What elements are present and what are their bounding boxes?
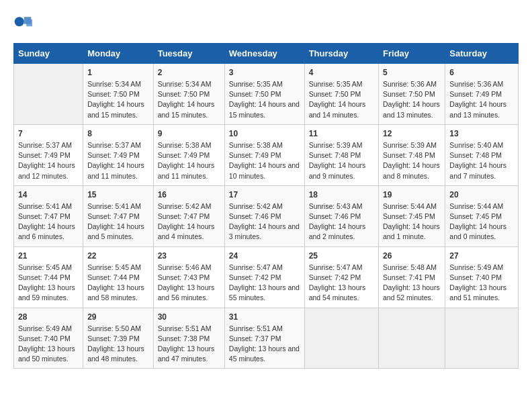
calendar-cell: 28 Sunrise: 5:49 AM Sunset: 7:40 PM Dayl…: [14, 308, 83, 369]
daylight: Daylight: 14 hours and 14 minutes.: [309, 100, 366, 118]
sunrise: Sunrise: 5:45 AM: [87, 263, 141, 271]
cell-content: Sunrise: 5:37 AM Sunset: 7:49 PM Dayligh…: [87, 140, 149, 181]
cell-content: Sunrise: 5:39 AM Sunset: 7:48 PM Dayligh…: [309, 140, 374, 181]
sunrise: Sunrise: 5:42 AM: [229, 202, 283, 210]
cell-content: Sunrise: 5:36 AM Sunset: 7:50 PM Dayligh…: [383, 79, 441, 120]
cell-content: Sunrise: 5:41 AM Sunset: 7:47 PM Dayligh…: [18, 201, 79, 242]
day-number: 1: [87, 68, 149, 77]
day-number: 30: [158, 312, 220, 322]
day-number: 21: [18, 251, 79, 261]
daylight: Daylight: 14 hours and 0 minutes.: [449, 222, 506, 240]
day-number: 4: [309, 68, 374, 77]
cell-content: Sunrise: 5:38 AM Sunset: 7:49 PM Dayligh…: [158, 140, 220, 181]
daylight: Daylight: 14 hours and 11 minutes.: [87, 161, 144, 179]
cell-content: Sunrise: 5:37 AM Sunset: 7:49 PM Dayligh…: [18, 140, 79, 181]
daylight: Daylight: 13 hours and 47 minutes.: [158, 345, 215, 363]
sunset: Sunset: 7:39 PM: [87, 334, 140, 342]
daylight: Daylight: 14 hours and 12 minutes.: [18, 161, 75, 179]
sunrise: Sunrise: 5:36 AM: [449, 80, 503, 88]
calendar-cell: 5 Sunrise: 5:36 AM Sunset: 7:50 PM Dayli…: [379, 64, 445, 125]
calendar-cell: 25 Sunrise: 5:47 AM Sunset: 7:42 PM Dayl…: [304, 246, 378, 308]
day-number: 24: [229, 251, 300, 261]
calendar-cell: 17 Sunrise: 5:42 AM Sunset: 7:46 PM Dayl…: [224, 185, 304, 246]
calendar-cell: 14 Sunrise: 5:41 AM Sunset: 7:47 PM Dayl…: [14, 185, 83, 246]
day-number: 20: [449, 190, 514, 199]
day-number: 23: [158, 251, 220, 261]
calendar-cell: 31 Sunrise: 5:51 AM Sunset: 7:37 PM Dayl…: [224, 308, 304, 369]
daylight: Daylight: 13 hours and 54 minutes.: [309, 283, 366, 302]
cell-content: Sunrise: 5:47 AM Sunset: 7:42 PM Dayligh…: [309, 263, 374, 304]
sunrise: Sunrise: 5:35 AM: [309, 80, 363, 88]
week-row-2: 7 Sunrise: 5:37 AM Sunset: 7:49 PM Dayli…: [14, 124, 519, 185]
sunrise: Sunrise: 5:45 AM: [18, 263, 72, 271]
calendar-cell: 26 Sunrise: 5:48 AM Sunset: 7:41 PM Dayl…: [379, 246, 445, 308]
calendar-table: SundayMondayTuesdayWednesdayThursdayFrid…: [13, 43, 519, 369]
sunset: Sunset: 7:45 PM: [383, 212, 435, 220]
daylight: Daylight: 13 hours and 59 minutes.: [18, 283, 75, 302]
day-number: 11: [309, 129, 374, 138]
calendar-cell: 23 Sunrise: 5:46 AM Sunset: 7:43 PM Dayl…: [153, 246, 224, 308]
cell-content: Sunrise: 5:47 AM Sunset: 7:42 PM Dayligh…: [229, 263, 300, 304]
sunset: Sunset: 7:50 PM: [87, 90, 140, 98]
header-cell-monday: Monday: [83, 44, 154, 64]
daylight: Daylight: 14 hours and 15 minutes.: [158, 100, 215, 118]
calendar-cell: 12 Sunrise: 5:39 AM Sunset: 7:48 PM Dayl…: [379, 124, 445, 185]
calendar-cell: 1 Sunrise: 5:34 AM Sunset: 7:50 PM Dayli…: [83, 64, 154, 125]
sunrise: Sunrise: 5:39 AM: [309, 141, 363, 149]
header-cell-tuesday: Tuesday: [153, 44, 224, 64]
daylight: Daylight: 14 hours and 13 minutes.: [449, 100, 506, 118]
sunrise: Sunrise: 5:49 AM: [18, 324, 72, 332]
day-number: 8: [87, 129, 149, 138]
calendar-cell: 20 Sunrise: 5:44 AM Sunset: 7:45 PM Dayl…: [445, 185, 519, 246]
calendar-cell: 10 Sunrise: 5:38 AM Sunset: 7:49 PM Dayl…: [224, 124, 304, 185]
calendar-cell: 30 Sunrise: 5:51 AM Sunset: 7:38 PM Dayl…: [153, 308, 224, 369]
daylight: Daylight: 13 hours and 48 minutes.: [87, 345, 144, 363]
day-number: 26: [383, 251, 441, 261]
sunrise: Sunrise: 5:38 AM: [229, 141, 283, 149]
sunset: Sunset: 7:38 PM: [158, 334, 210, 342]
header-cell-saturday: Saturday: [445, 44, 519, 64]
sunset: Sunset: 7:46 PM: [229, 212, 281, 220]
calendar-cell: 22 Sunrise: 5:45 AM Sunset: 7:44 PM Dayl…: [83, 246, 154, 308]
cell-content: Sunrise: 5:45 AM Sunset: 7:44 PM Dayligh…: [87, 263, 149, 304]
day-number: 9: [158, 129, 220, 138]
calendar-cell: [304, 308, 378, 369]
daylight: Daylight: 13 hours and 50 minutes.: [18, 345, 75, 363]
calendar-cell: 24 Sunrise: 5:47 AM Sunset: 7:42 PM Dayl…: [224, 246, 304, 308]
sunset: Sunset: 7:49 PM: [158, 151, 210, 159]
cell-content: Sunrise: 5:42 AM Sunset: 7:46 PM Dayligh…: [229, 201, 300, 242]
sunrise: Sunrise: 5:34 AM: [87, 80, 141, 88]
sunset: Sunset: 7:50 PM: [383, 90, 435, 98]
cell-content: Sunrise: 5:48 AM Sunset: 7:41 PM Dayligh…: [383, 263, 441, 304]
day-number: 16: [158, 190, 220, 199]
cell-content: Sunrise: 5:44 AM Sunset: 7:45 PM Dayligh…: [383, 201, 441, 242]
sunset: Sunset: 7:50 PM: [309, 90, 361, 98]
day-number: 14: [18, 190, 79, 199]
daylight: Daylight: 14 hours and 1 minute.: [383, 222, 440, 240]
sunset: Sunset: 7:40 PM: [18, 334, 71, 342]
sunrise: Sunrise: 5:51 AM: [158, 324, 212, 332]
calendar-cell: 15 Sunrise: 5:41 AM Sunset: 7:47 PM Dayl…: [83, 185, 154, 246]
day-number: 15: [87, 190, 149, 199]
sunrise: Sunrise: 5:51 AM: [229, 324, 283, 332]
sunrise: Sunrise: 5:44 AM: [449, 202, 503, 210]
cell-content: Sunrise: 5:43 AM Sunset: 7:46 PM Dayligh…: [309, 201, 374, 242]
sunrise: Sunrise: 5:37 AM: [18, 141, 72, 149]
sunset: Sunset: 7:44 PM: [18, 273, 71, 281]
sunset: Sunset: 7:41 PM: [383, 273, 435, 281]
logo: [13, 13, 35, 32]
calendar-cell: 18 Sunrise: 5:43 AM Sunset: 7:46 PM Dayl…: [304, 185, 378, 246]
cell-content: Sunrise: 5:49 AM Sunset: 7:40 PM Dayligh…: [449, 263, 514, 304]
day-number: 25: [309, 251, 374, 261]
cell-content: Sunrise: 5:49 AM Sunset: 7:40 PM Dayligh…: [18, 324, 79, 365]
sunrise: Sunrise: 5:44 AM: [383, 202, 437, 210]
calendar-cell: 4 Sunrise: 5:35 AM Sunset: 7:50 PM Dayli…: [304, 64, 378, 125]
page-header: [13, 13, 519, 32]
day-number: 29: [87, 312, 149, 322]
cell-content: Sunrise: 5:46 AM Sunset: 7:43 PM Dayligh…: [158, 263, 220, 304]
daylight: Daylight: 13 hours and 52 minutes.: [383, 283, 440, 302]
header-cell-sunday: Sunday: [14, 44, 83, 64]
daylight: Daylight: 14 hours and 6 minutes.: [18, 222, 75, 240]
sunset: Sunset: 7:42 PM: [309, 273, 361, 281]
day-number: 6: [449, 68, 514, 77]
